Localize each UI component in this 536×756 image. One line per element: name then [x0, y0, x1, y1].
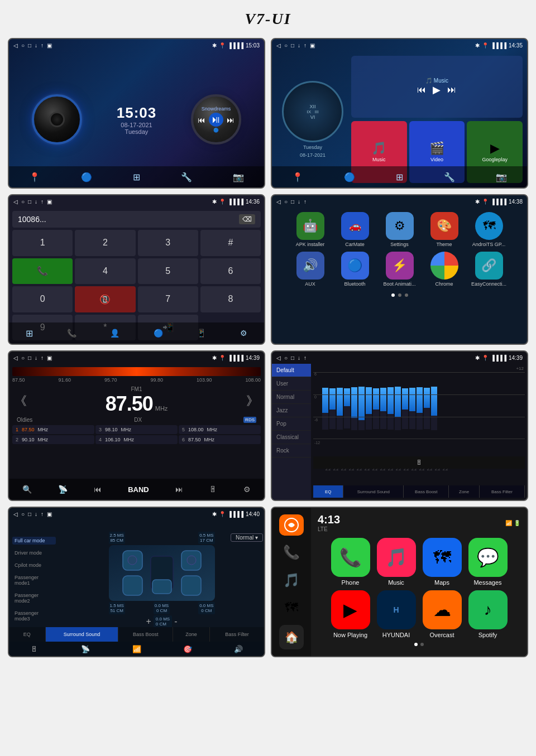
app-music[interactable]: 🎵 Music — [377, 538, 416, 586]
preset-3[interactable]: 3 98.10 MHz — [95, 425, 178, 434]
tab-bass-filter[interactable]: Bass Filter — [480, 485, 525, 498]
tab-zone[interactable]: Zone — [449, 485, 479, 498]
app-aux[interactable]: 🔊 AUX — [290, 252, 331, 287]
preset-4[interactable]: 4 106.10 MHz — [95, 435, 178, 444]
preset-default[interactable]: Default — [272, 364, 311, 377]
dvr-icon[interactable]: 📷 — [233, 172, 244, 182]
key-call[interactable]: 📞 — [12, 258, 73, 285]
preset-6[interactable]: 6 87.50 MHz — [179, 435, 261, 444]
tab7-eq[interactable]: EQ — [9, 627, 46, 642]
app-theme[interactable]: 🎨 Theme — [424, 212, 465, 247]
mode-cpilot[interactable]: Cpilot mode — [12, 561, 56, 569]
next-track-icon[interactable]: ⏭ — [175, 485, 183, 494]
preset-classical[interactable]: Classical — [272, 431, 311, 444]
music-sidebar-icon[interactable]: 🎵 — [279, 570, 304, 591]
preset-jazz[interactable]: Jazz — [272, 404, 311, 417]
wrench-icon[interactable]: 🔧 — [181, 172, 192, 182]
app-overcast[interactable]: ☁ Overcast — [423, 590, 462, 638]
app-easyconn[interactable]: 🔗 EasyConnecti... — [469, 252, 509, 287]
grid-icon[interactable]: ⊞ — [133, 172, 140, 182]
key-0[interactable]: 0 — [12, 286, 73, 312]
nav-icon[interactable]: 📍 — [292, 172, 303, 182]
app-messages[interactable]: 💬 Messages — [468, 538, 508, 586]
wrench-icon[interactable]: 🔧 — [444, 172, 455, 182]
mode-fullcar[interactable]: Full car mode — [12, 537, 56, 545]
eq-icon[interactable]: 🎚 — [313, 456, 525, 469]
app-settings[interactable]: ⚙ Settings — [380, 212, 420, 247]
key-1[interactable]: 1 — [12, 230, 73, 256]
grid-icon[interactable]: ⊞ — [396, 172, 403, 182]
next-button[interactable]: 》 — [246, 393, 259, 410]
preset-pop[interactable]: Pop — [272, 417, 311, 431]
dialpad-icon[interactable]: ⊞ — [26, 328, 33, 339]
scan-icon[interactable]: 📡 — [58, 485, 68, 494]
preset-user[interactable]: User — [272, 377, 311, 391]
tab-bass-boost[interactable]: Bass Boost — [404, 485, 449, 498]
normal-button[interactable]: Normal ▾ — [231, 533, 263, 542]
key-3[interactable]: 3 — [138, 230, 198, 256]
search-icon[interactable]: 🔍 — [22, 485, 32, 494]
filter-btn-icon[interactable]: 🔊 — [213, 642, 264, 656]
tab-eq[interactable]: EQ — [313, 485, 343, 498]
mode-passenger2[interactable]: Passenger mode2 — [12, 591, 56, 605]
surround-btn-icon[interactable]: 📡 — [60, 642, 111, 656]
preset-5[interactable]: 5 108.00 MHz — [179, 425, 261, 434]
preset-normal[interactable]: Normal — [272, 391, 311, 404]
minus-button[interactable]: - — [174, 617, 177, 627]
key-4[interactable]: 4 — [75, 258, 135, 285]
bt-call-icon[interactable]: 🔵 — [154, 329, 163, 338]
app-spotify[interactable]: ♪ Spotify — [468, 590, 508, 638]
app-maps[interactable]: 🗺 Maps — [423, 538, 462, 586]
app-apk[interactable]: 🤖 APK installer — [290, 212, 331, 247]
app-boot[interactable]: ⚡ Boot Animati... — [380, 252, 420, 287]
app-phone[interactable]: 📞 Phone — [331, 538, 370, 586]
key-5[interactable]: 5 — [138, 258, 198, 285]
key-end[interactable]: 📵 — [75, 286, 135, 312]
bt-icon[interactable]: 🔵 — [344, 172, 355, 182]
preset-rock[interactable]: Rock — [272, 444, 311, 458]
nav-icon[interactable]: 📍 — [29, 172, 40, 182]
key-7[interactable]: 7 — [138, 286, 198, 312]
prev-button[interactable]: 《 — [15, 393, 27, 410]
disc-right[interactable]: Snowdreams ⏮ ⏯ ⏭ 🔵 — [191, 94, 241, 145]
maps-sidebar-icon[interactable]: 🗺 — [279, 598, 304, 619]
key-hash[interactable]: # — [200, 230, 261, 256]
app-bluetooth[interactable]: 🔵 Bluetooth — [335, 252, 375, 287]
bt-icon[interactable]: 🔵 — [81, 172, 92, 182]
phone-sidebar-icon[interactable]: 📞 — [279, 542, 304, 564]
tab7-bass[interactable]: Bass Boost — [118, 627, 173, 642]
mode-passenger1[interactable]: Passenger mode1 — [12, 574, 56, 587]
tab-surround[interactable]: Surround Sound — [343, 485, 404, 498]
mode-passenger3[interactable]: Passenger mode3 — [12, 609, 56, 623]
eq-btn-icon[interactable]: 🎚 — [9, 642, 60, 656]
phone2-icon[interactable]: 📱 — [197, 329, 206, 338]
key-6[interactable]: 6 — [200, 258, 261, 285]
key-8[interactable]: 8 — [200, 286, 261, 312]
contacts-icon[interactable]: 👤 — [110, 329, 119, 338]
band-button[interactable]: BAND — [128, 485, 149, 494]
app-android[interactable]: 🗺 AndroiTS GP... — [469, 212, 509, 247]
dvr-icon[interactable]: 📷 — [496, 172, 507, 182]
app-hyundai[interactable]: H HYUNDAI — [377, 590, 416, 638]
app-chrome[interactable]: Chrome — [424, 252, 465, 287]
delete-button[interactable]: ⌫ — [239, 214, 255, 224]
app-nowplaying[interactable]: ▶ Now Playing — [331, 590, 370, 638]
settings-radio-icon[interactable]: ⚙ — [243, 485, 251, 494]
eq-icon[interactable]: 🎚 — [209, 485, 217, 494]
tab7-zone[interactable]: Zone — [173, 627, 210, 642]
key-2[interactable]: 2 — [75, 230, 135, 256]
boost-btn-icon[interactable]: 📶 — [111, 642, 162, 656]
music-player-widget[interactable]: 🎵 Music ⏮▶⏭ — [351, 56, 523, 118]
preset-1[interactable]: 1 87.50 MHz — [12, 425, 94, 434]
plus-button[interactable]: + — [146, 617, 151, 627]
zone-btn-icon[interactable]: 🎯 — [162, 642, 213, 656]
home-sidebar-icon[interactable]: 🏠 — [279, 625, 304, 649]
preset-2[interactable]: 2 90.10 MHz — [12, 435, 94, 444]
settings-icon[interactable]: ⚙ — [240, 329, 247, 338]
tab7-surround[interactable]: Surround Sound — [46, 627, 118, 642]
phone-icon[interactable]: 📞 — [67, 329, 76, 338]
prev-track-icon[interactable]: ⏮ — [94, 485, 102, 494]
mode-driver[interactable]: Driver mode — [12, 549, 56, 557]
tab7-bassfilter[interactable]: Bass Filter — [210, 627, 264, 642]
app-carmate[interactable]: 🚗 CarMate — [335, 212, 375, 247]
